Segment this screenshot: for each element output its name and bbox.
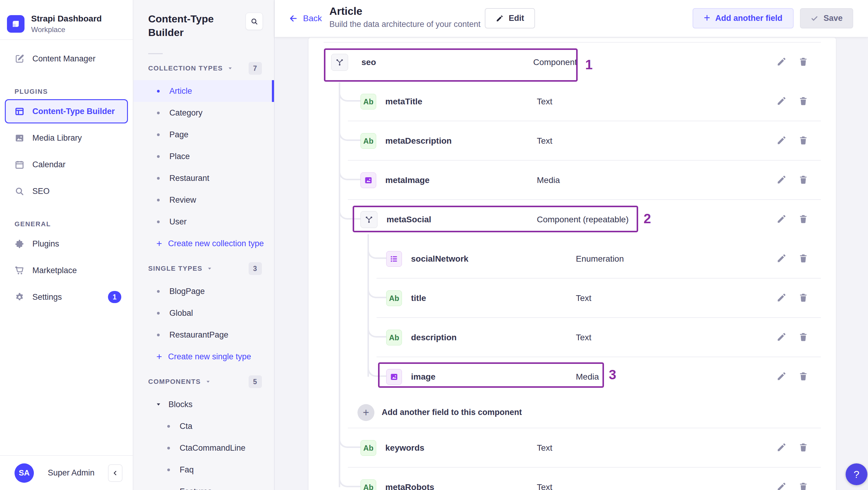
component-item-faq[interactable]: Faq [133, 459, 274, 481]
collection-type-user[interactable]: User [133, 211, 274, 233]
collection-type-page[interactable]: Page [133, 124, 274, 146]
trash-icon [798, 57, 808, 68]
subnav-item-label: Features [180, 487, 212, 490]
media-field-icon [386, 369, 402, 385]
edit-field-button[interactable] [776, 253, 788, 265]
sidebar-item-label: Content-Type Builder [32, 107, 115, 116]
trash-icon [798, 135, 808, 147]
sidebar-item-marketplace[interactable]: Marketplace [0, 257, 133, 284]
collection-type-article[interactable]: Article [133, 80, 274, 102]
delete-field-button[interactable] [798, 214, 810, 225]
pencil-icon [776, 96, 787, 108]
add-another-field-button[interactable]: + Add another field [692, 8, 794, 28]
sidebar-item-content-manager[interactable]: Content Manager [0, 45, 133, 72]
back-link[interactable]: Back [288, 0, 322, 37]
tree-connector-elbow [339, 473, 361, 487]
edit-button[interactable]: Edit [485, 8, 535, 28]
edit-field-button[interactable] [776, 214, 788, 225]
search-icon [250, 18, 258, 25]
field-name: image [411, 372, 435, 382]
edit-field-button[interactable] [776, 293, 788, 304]
component-category-blocks[interactable]: Blocks [133, 394, 274, 415]
create-create-new-collection-type-link[interactable]: +Create new collection type [133, 233, 274, 254]
fields-card: seoComponent1AbmetaTitleTextAbmetaDescri… [309, 37, 836, 490]
delete-field-button[interactable] [798, 175, 810, 186]
subnav-item-label: Article [169, 87, 192, 96]
user-name: Super Admin [48, 468, 95, 478]
sidebar-item-label: Media Library [32, 133, 82, 143]
edit-field-button[interactable] [776, 482, 788, 490]
single-type-global[interactable]: Global [133, 302, 274, 324]
pencil-icon [776, 371, 787, 382]
trash-icon [798, 253, 808, 265]
sidebar-item-seo[interactable]: SEO [0, 178, 133, 205]
tree-connector-elbow [368, 324, 386, 338]
component-item-cta[interactable]: Cta [133, 415, 274, 437]
edit-field-button[interactable] [776, 442, 788, 454]
create-link-label: Create new collection type [168, 239, 264, 248]
collection-type-category[interactable]: Category [133, 102, 274, 124]
avatar: SA [14, 463, 34, 483]
sidebar-item-content-type-builder[interactable]: Content-Type Builder [5, 99, 128, 123]
field-name: metaSocial [386, 215, 431, 224]
subnav-item-label: User [169, 217, 187, 226]
sidebar-item-calendar[interactable]: Calendar [0, 151, 133, 178]
app-window: Strapi Dashboard Workplace Content Manag… [0, 0, 868, 490]
pencil-icon [776, 332, 787, 343]
add-field-to-component-row[interactable]: +Add another field to this component [309, 397, 836, 428]
subnav-item-label: Restaurant [169, 174, 209, 183]
collection-type-review[interactable]: Review [133, 189, 274, 211]
delete-field-button[interactable] [798, 57, 810, 68]
tree-connector-elbow [339, 88, 361, 102]
question-mark-icon: ? [854, 468, 860, 480]
sidebar-item-media-library[interactable]: Media Library [0, 125, 133, 151]
triangle-down-icon [205, 379, 211, 385]
edit-field-button[interactable] [776, 371, 788, 382]
delete-field-button[interactable] [798, 442, 810, 454]
pencil-icon [776, 135, 787, 147]
sidebar-item-settings[interactable]: Settings1 [0, 284, 133, 310]
delete-field-button[interactable] [798, 135, 810, 147]
search-button[interactable] [246, 13, 263, 30]
bullet-icon [157, 290, 160, 293]
edit-field-button[interactable] [776, 332, 788, 343]
delete-field-button[interactable] [798, 482, 810, 490]
user-row: SA Super Admin [0, 455, 133, 490]
arrow-left-icon [288, 13, 298, 23]
save-button[interactable]: Save [800, 8, 853, 28]
text-field-icon: Ab [361, 94, 376, 110]
edit-field-button[interactable] [776, 135, 788, 147]
trash-icon [798, 371, 808, 382]
edit-field-button[interactable] [776, 175, 788, 186]
field-row-metatitle: AbmetaTitleText [309, 82, 836, 121]
component-item-ctacommandline[interactable]: CtaCommandLine [133, 437, 274, 459]
main-area: Back Article Build the data architecture… [275, 0, 868, 490]
delete-field-button[interactable] [798, 332, 810, 343]
field-type: Component (repeatable) [537, 215, 629, 224]
sidebar-item-label: Marketplace [32, 266, 77, 275]
triangle-down-icon [227, 65, 233, 71]
text-field-icon: Ab [361, 133, 376, 149]
subnav-item-label: Place [169, 152, 190, 161]
collection-type-place[interactable]: Place [133, 146, 274, 167]
workspace-brand: Strapi Dashboard Workplace [0, 0, 133, 39]
edit-field-button[interactable] [776, 96, 788, 108]
delete-field-button[interactable] [798, 253, 810, 265]
divider [148, 53, 163, 54]
collapse-sidebar-button[interactable] [108, 464, 123, 482]
delete-field-button[interactable] [798, 96, 810, 108]
sidebar-item-plugins[interactable]: Plugins [0, 231, 133, 257]
delete-field-button[interactable] [798, 293, 810, 304]
help-button[interactable]: ? [846, 463, 867, 485]
annotation-number-3: 3 [609, 367, 616, 382]
delete-field-button[interactable] [798, 371, 810, 382]
subnav-item-label: Review [169, 195, 196, 205]
edit-field-button[interactable] [776, 57, 788, 68]
collection-type-restaurant[interactable]: Restaurant [133, 167, 274, 189]
create-create-new-single-type-link[interactable]: +Create new single type [133, 346, 274, 367]
bullet-icon [157, 112, 160, 114]
single-type-blogpage[interactable]: BlogPage [133, 280, 274, 302]
component-item-features[interactable]: Features [133, 481, 274, 490]
field-type: Text [537, 136, 552, 146]
single-type-restaurantpage[interactable]: RestaurantPage [133, 324, 274, 346]
